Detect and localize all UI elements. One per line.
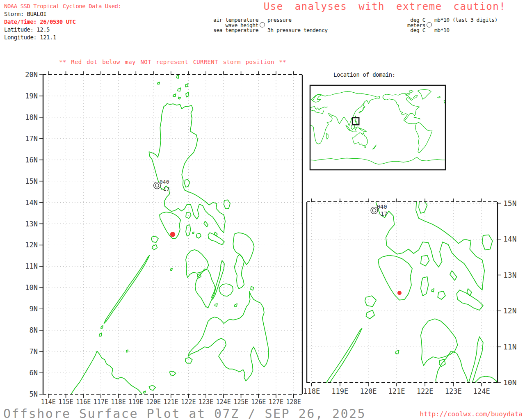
svg-text:116E: 116E: [76, 398, 91, 406]
svg-text:18N: 18N: [25, 113, 38, 121]
legend-pressure-tendency: 3h pressure tendency: [267, 27, 328, 33]
svg-text:126E: 126E: [251, 398, 266, 406]
svg-text:12N: 12N: [25, 241, 38, 249]
svg-text:10N: 10N: [25, 283, 38, 292]
storm-datetime: Date/Time: 26/0530 UTC: [4, 18, 75, 26]
svg-text:124E: 124E: [473, 387, 490, 395]
caution-banner: Use analyses with extreme caution!: [253, 1, 516, 12]
svg-text:-17: -17: [377, 210, 387, 217]
svg-text:120E: 120E: [146, 398, 161, 406]
svg-text:127E: 127E: [269, 398, 283, 406]
svg-text:17N: 17N: [25, 135, 38, 143]
svg-text:11N: 11N: [503, 342, 517, 351]
svg-text:128E: 128E: [286, 398, 301, 406]
legend-unit-mb-top: mb*10 (last 3 digits): [434, 17, 498, 23]
storm-latitude: Latitude: 12.5: [4, 26, 50, 34]
page-title: Offshore Surface Plot at 07Z / SEP 26, 2…: [3, 406, 366, 420]
svg-text:13N: 13N: [25, 220, 38, 228]
svg-text:125E: 125E: [233, 398, 248, 406]
svg-text:121E: 121E: [164, 398, 178, 406]
legend-pressure: pressure: [267, 17, 292, 23]
svg-text:118E: 118E: [111, 398, 126, 406]
svg-text:122E: 122E: [181, 398, 196, 406]
storm-position-dot: [170, 232, 175, 237]
storm-longitude: Longitude: 121.1: [4, 34, 56, 41]
svg-text:119E: 119E: [331, 387, 348, 395]
svg-text:5N: 5N: [30, 390, 38, 398]
svg-text:120E: 120E: [360, 387, 377, 395]
svg-text:20N: 20N: [25, 71, 38, 79]
offshore-surface-plot-page: { "header": { "source_label": "NOAA SSD …: [0, 0, 525, 420]
source-url-link[interactable]: http://coolwx.com/buoydata: [413, 410, 523, 418]
svg-text:9N: 9N: [30, 305, 38, 313]
svg-text:10N: 10N: [503, 378, 517, 387]
svg-text:6N: 6N: [30, 369, 38, 377]
world-inset-map: [310, 85, 445, 170]
inset-title: Location of domain:: [333, 71, 395, 78]
svg-text:19N: 19N: [25, 92, 38, 100]
svg-text:-17: -17: [160, 186, 169, 192]
svg-text:12N: 12N: [503, 306, 517, 315]
svg-text:118E: 118E: [303, 387, 320, 395]
svg-text:124E: 124E: [216, 398, 231, 406]
svg-text:040: 040: [377, 203, 387, 210]
svg-text:121E: 121E: [388, 387, 405, 395]
zoom-map: 040-17118E119E120E121E122E123E124E10N11N…: [307, 202, 498, 383]
svg-text:122E: 122E: [417, 387, 434, 395]
svg-text:14N: 14N: [503, 235, 517, 243]
svg-text:7N: 7N: [30, 347, 38, 356]
svg-text:123E: 123E: [199, 398, 213, 406]
svg-text:117E: 117E: [94, 398, 108, 406]
svg-text:15N: 15N: [503, 199, 517, 208]
svg-text:114E: 114E: [41, 398, 56, 406]
storm-position-warning: ** Red dot below may NOT represent CURRE…: [43, 59, 302, 65]
storm-position-dot: [397, 291, 402, 295]
svg-text:8N: 8N: [30, 326, 38, 334]
svg-text:16N: 16N: [25, 156, 38, 164]
svg-text:115E: 115E: [58, 398, 73, 406]
svg-text:11N: 11N: [25, 262, 38, 270]
svg-text:15N: 15N: [25, 177, 38, 185]
legend-sea-temperature: sea temperature: [176, 27, 258, 33]
storm-name: Storm: BUALOI: [4, 10, 46, 18]
svg-text:14N: 14N: [25, 199, 38, 207]
station-circle-icon: [260, 22, 265, 27]
svg-text:119E: 119E: [128, 398, 143, 406]
station-circle-icon: [427, 22, 432, 27]
data-source-label: NOAA SSD Tropical Cyclone Data Used:: [4, 2, 121, 10]
svg-text:123E: 123E: [445, 387, 462, 395]
legend-unit-degc-bottom: deg C: [381, 27, 425, 33]
svg-text:13N: 13N: [503, 271, 517, 279]
svg-text:040: 040: [160, 179, 169, 185]
legend-unit-mb-bottom: mb*10: [434, 27, 450, 33]
main-map: 040-17114E115E116E117E118E119E120E121E12…: [43, 75, 302, 394]
